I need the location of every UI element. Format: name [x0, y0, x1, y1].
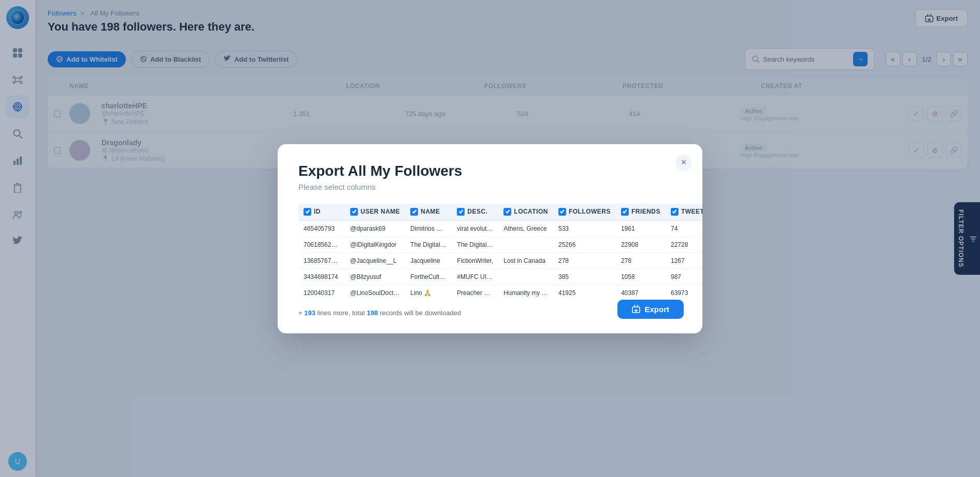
- columns-table: Id User Name Name: [298, 204, 702, 301]
- modal-data-row: 120040317@LinoSoulDoctortLino 🙏Preacher …: [298, 285, 702, 301]
- more-lines-prefix: +: [298, 309, 304, 317]
- col-name-header: Name: [405, 204, 452, 220]
- modal-close-button[interactable]: ×: [675, 155, 692, 171]
- total-count: 198: [367, 309, 378, 317]
- more-lines-text: lines more, total: [315, 309, 367, 317]
- col-desc-checkbox[interactable]: [457, 208, 465, 216]
- modal-export-button[interactable]: Export: [617, 300, 684, 319]
- col-friends-checkbox[interactable]: [621, 208, 629, 216]
- modal-data-row: 465405793@dparask69Dimitrios Paraskevira…: [298, 220, 702, 237]
- modal-title: Export All My Followers: [298, 163, 682, 179]
- col-location-checkbox[interactable]: [503, 208, 511, 216]
- col-tweets-header: Tweets: [666, 204, 702, 220]
- col-friends-header: Friends: [616, 204, 666, 220]
- col-username-header: User Name: [345, 204, 405, 220]
- modal-data-row: 706185628725854643@iDigitalKingdorThe Di…: [298, 236, 702, 252]
- modal-data-row: 136857670421448700@Jacqueline__LJacqueli…: [298, 252, 702, 269]
- modal-subtitle: Please select columns: [298, 183, 682, 191]
- modal-overlay[interactable]: × Export All My Followers Please select …: [0, 0, 980, 477]
- col-tweets-checkbox[interactable]: [671, 208, 679, 216]
- more-lines-count: 193: [304, 309, 315, 317]
- col-id-header: Id: [298, 204, 345, 220]
- col-desc-header: Desc.: [452, 204, 498, 220]
- col-username-checkbox[interactable]: [350, 208, 358, 216]
- more-lines-suffix: records will be downloaded: [378, 309, 461, 317]
- col-location-header: Location: [498, 204, 553, 220]
- col-followers-checkbox[interactable]: [558, 208, 566, 216]
- col-id-checkbox[interactable]: [304, 208, 311, 216]
- modal-export-label: Export: [644, 305, 669, 314]
- export-modal: × Export All My Followers Please select …: [278, 144, 702, 333]
- col-name-checkbox[interactable]: [410, 208, 418, 216]
- col-followers-header: Followers: [553, 204, 616, 220]
- modal-data-row: 3434698174@BilzyusufFortheCulture#MUFC U…: [298, 269, 702, 285]
